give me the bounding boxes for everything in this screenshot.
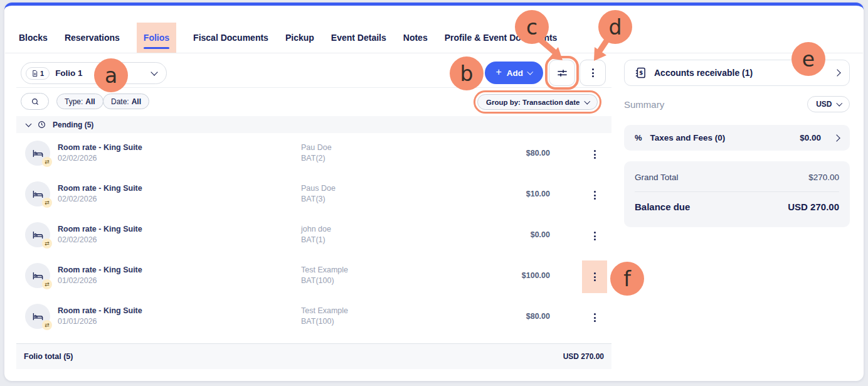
folio-total-label: Folio total (5)	[24, 352, 73, 361]
date-filter-value: All	[132, 97, 141, 106]
transaction-more-options-button-highlighted[interactable]	[582, 260, 607, 293]
transaction-title: Room rate - King Suite	[58, 184, 142, 193]
chevron-down-icon	[527, 69, 533, 75]
transfer-badge-icon: ⇄	[42, 279, 52, 289]
kebab-icon	[594, 191, 596, 200]
tab-fiscal-documents[interactable]: Fiscal Documents	[193, 23, 268, 53]
transaction-amount: $100.00	[522, 271, 550, 280]
transaction-date: 01/02/2026	[58, 276, 142, 285]
room-rate-avatar: ⇄	[25, 141, 50, 166]
folio-total-bar: Folio total (5) USD 270.00	[16, 343, 611, 369]
taxes-and-fees-card[interactable]: % Taxes and Fees (0) $0.00	[624, 125, 850, 151]
collapse-chevron-icon[interactable]	[26, 121, 32, 127]
transaction-more-options-button[interactable]	[582, 138, 607, 171]
transaction-row: ⇄ Room rate - King Suite 02/02/2026 john…	[16, 216, 611, 257]
transaction-row: ⇄ Room rate - King Suite 02/02/2026 Pau …	[16, 134, 611, 175]
kebab-icon	[594, 272, 596, 281]
annotation-marker-c: c	[515, 10, 549, 44]
percent-icon: %	[635, 133, 642, 142]
transfer-badge-icon: ⇄	[42, 198, 52, 208]
bed-icon	[32, 229, 44, 241]
add-button-label: Add	[507, 68, 523, 78]
transaction-more-options-button[interactable]	[582, 179, 607, 212]
svg-text:$: $	[639, 69, 643, 76]
totals-card: Grand Total $270.00 Balance due USD 270.…	[624, 161, 850, 227]
date-filter-label: Date:	[111, 97, 129, 106]
room-rate-avatar: ⇄	[25, 222, 50, 247]
tab-event-details[interactable]: Event Details	[331, 23, 386, 53]
transaction-more-options-button[interactable]	[582, 301, 607, 334]
group-by-dropdown[interactable]: Group by: Transaction date	[477, 94, 598, 110]
ledger-dollar-icon: $	[634, 67, 647, 79]
tab-notes[interactable]: Notes	[403, 23, 428, 53]
transaction-date: 01/01/2026	[58, 317, 142, 326]
annotation-marker-f: f	[610, 262, 644, 296]
transaction-date: 02/02/2026	[58, 154, 142, 163]
bed-icon	[32, 311, 44, 323]
transaction-account: BAT(100)	[301, 317, 348, 326]
transaction-amount: $80.00	[526, 312, 550, 321]
bed-icon	[32, 270, 44, 282]
transfer-badge-icon: ⇄	[42, 157, 52, 167]
type-filter-value: All	[85, 97, 95, 106]
type-filter[interactable]: Type: All	[56, 94, 103, 109]
folio-more-options-button[interactable]	[580, 60, 606, 86]
annotation-marker-e: e	[791, 42, 825, 76]
tabbar-divider	[5, 53, 863, 53]
tab-bar: Blocks Reservations Folios Fiscal Docume…	[19, 23, 557, 53]
transaction-row: ⇄ Room rate - King Suite 01/01/2026 Test…	[16, 298, 611, 338]
tab-pickup[interactable]: Pickup	[285, 23, 314, 53]
tab-reservations[interactable]: Reservations	[65, 23, 120, 53]
pending-section-header: Pending (5)	[16, 116, 611, 133]
bed-icon	[32, 147, 44, 159]
grand-total-amount: $270.00	[808, 173, 839, 182]
room-rate-avatar: ⇄	[25, 304, 50, 329]
totals-divider	[635, 191, 839, 192]
transaction-date: 02/02/2026	[58, 195, 142, 203]
transaction-account: BAT(100)	[301, 276, 348, 285]
add-button[interactable]: + Add	[485, 62, 543, 84]
summary-title: Summary	[624, 99, 664, 110]
folio-count-badge: 1	[26, 67, 50, 80]
filter-settings-button[interactable]	[549, 60, 575, 86]
annotation-marker-a: a	[94, 58, 128, 92]
currency-dropdown[interactable]: USD	[807, 96, 850, 112]
transaction-row: ⇄ Room rate - King Suite 02/02/2026 Paus…	[16, 175, 611, 216]
screenshot-canvas: Blocks Reservations Folios Fiscal Docume…	[0, 0, 868, 386]
clock-icon	[38, 121, 46, 129]
transaction-title: Room rate - King Suite	[58, 143, 142, 152]
annotation-marker-b: b	[450, 56, 484, 90]
search-button[interactable]	[21, 93, 49, 110]
kebab-icon	[594, 150, 596, 159]
transaction-guest: john doe	[301, 225, 331, 233]
transaction-account: BAT(1)	[301, 235, 331, 244]
transaction-guest: Paus Doe	[301, 184, 336, 193]
currency-value: USD	[816, 100, 832, 109]
folio-count: 1	[40, 70, 44, 77]
transaction-list: ⇄ Room rate - King Suite 02/02/2026 Pau …	[16, 134, 611, 338]
balance-due-amount: USD 270.00	[788, 201, 839, 212]
transaction-more-options-button[interactable]	[582, 220, 607, 252]
bed-icon	[32, 188, 44, 200]
transaction-title: Room rate - King Suite	[58, 225, 142, 233]
transaction-amount: $10.00	[526, 190, 550, 198]
transfer-badge-icon: ⇄	[42, 320, 52, 330]
chevron-down-icon	[151, 68, 157, 75]
type-filter-label: Type:	[65, 97, 83, 106]
kebab-icon	[594, 232, 596, 240]
document-icon	[31, 70, 38, 77]
transfer-badge-icon: ⇄	[42, 239, 52, 249]
tab-folios[interactable]: Folios	[137, 23, 176, 53]
transaction-amount: $80.00	[526, 149, 550, 158]
transaction-title: Room rate - King Suite	[58, 265, 142, 274]
pending-section-label: Pending (5)	[53, 121, 93, 129]
tab-blocks[interactable]: Blocks	[19, 23, 48, 53]
transaction-guest: Pau Doe	[301, 143, 332, 152]
balance-due-label: Balance due	[635, 201, 690, 212]
grand-total-label: Grand Total	[635, 173, 679, 182]
date-filter[interactable]: Date: All	[103, 94, 149, 109]
transaction-guest: Test Example	[301, 265, 348, 274]
transaction-date: 02/02/2026	[58, 235, 142, 244]
kebab-icon	[592, 68, 594, 77]
plus-icon: +	[495, 67, 501, 78]
